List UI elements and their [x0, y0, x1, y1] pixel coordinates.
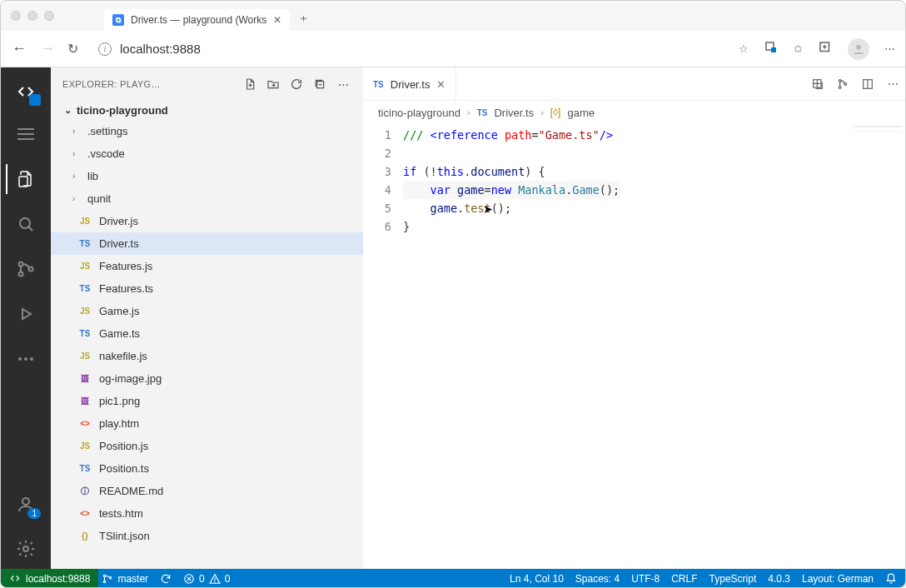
minimap[interactable] [852, 126, 902, 151]
file-item[interactable]: TSGame.ts [51, 322, 363, 345]
settings-view[interactable] [6, 529, 46, 569]
folder-item[interactable]: ›.vscode [51, 142, 363, 165]
sidebar: EXPLORER: PLAYG… ⋯ ⌄ ticino-playground ›… [51, 67, 363, 569]
new-tab-button[interactable]: ＋ [290, 6, 317, 31]
status-bar: localhost:9888 master 0 0 Ln 4, Col 10 S… [1, 569, 905, 588]
breadcrumb[interactable]: ticino-playground › TS Driver.ts › [◊] g… [363, 101, 905, 124]
code-editor[interactable]: 123456 /// <reference path="Game.ts"/> i… [363, 124, 905, 569]
close-window-dot[interactable] [11, 11, 21, 21]
file-item[interactable]: JSnakefile.js [51, 345, 363, 367]
reload-button[interactable]: ↻ [67, 41, 78, 57]
remote-window-icon[interactable] [9, 76, 42, 109]
file-name: Features.ts [99, 282, 153, 295]
file-item[interactable]: TSPosition.ts [51, 457, 363, 480]
sync-button[interactable] [160, 573, 172, 585]
favorites-icon[interactable]: ✩ [794, 42, 803, 55]
file-item[interactable]: TSDriver.ts [51, 232, 363, 255]
maximize-window-dot[interactable] [44, 11, 54, 21]
menu-toggle[interactable] [6, 114, 46, 154]
svg-rect-6 [19, 177, 27, 187]
file-item[interactable]: 🖼og-image.jpg [51, 367, 363, 390]
file-item[interactable]: {}TSlint.json [51, 525, 363, 547]
file-item[interactable]: JSFeatures.js [51, 255, 363, 277]
folder-item[interactable]: ›.settings [51, 120, 363, 142]
problems-button[interactable]: 0 0 [183, 573, 230, 585]
language-mode[interactable]: TypeScript [709, 573, 757, 585]
editor-more-icon[interactable]: ⋯ [880, 77, 905, 90]
breadcrumb-file[interactable]: Driver.ts [494, 107, 534, 119]
svg-line-8 [29, 227, 33, 232]
file-item[interactable]: <>play.htm [51, 412, 363, 435]
breadcrumb-symbol[interactable]: game [567, 107, 595, 119]
browser-tab[interactable]: ⧉ Driver.ts — playground (Works ✕ [104, 9, 290, 31]
file-item[interactable]: JSGame.js [51, 300, 363, 322]
star-icon[interactable]: ☆ [739, 42, 749, 55]
file-item[interactable]: 🖼pic1.png [51, 390, 363, 412]
search-view[interactable] [6, 204, 46, 244]
encoding[interactable]: UTF-8 [631, 573, 660, 585]
svg-point-27 [104, 575, 106, 576]
explorer-more-icon[interactable]: ⋯ [335, 78, 351, 91]
activity-bar: 1 [1, 67, 51, 569]
code-content[interactable]: /// <reference path="Game.ts"/> if (!thi… [403, 124, 620, 569]
file-item[interactable]: TSFeatures.ts [51, 277, 363, 300]
file-item[interactable]: <>tests.htm [51, 502, 363, 525]
error-count: 0 [199, 573, 205, 585]
ts-file-icon: TS [373, 80, 384, 89]
breadcrumb-root[interactable]: ticino-playground [378, 107, 460, 119]
eol[interactable]: CRLF [671, 573, 697, 585]
branch-button[interactable]: master [102, 573, 148, 585]
folder-root[interactable]: ⌄ ticino-playground [51, 101, 363, 120]
close-editor-tab-icon[interactable]: ✕ [436, 78, 446, 91]
explorer-view[interactable] [6, 159, 46, 199]
file-item[interactable]: JSDriver.js [51, 210, 363, 232]
close-tab-icon[interactable]: ✕ [273, 14, 281, 26]
notifications-icon[interactable] [885, 573, 897, 585]
editor-tab-driver[interactable]: TS Driver.ts ✕ [363, 67, 456, 100]
remote-host-button[interactable]: localhost:9888 [1, 569, 98, 588]
file-type-icon: 🖼 [77, 396, 92, 406]
new-folder-icon[interactable] [265, 77, 281, 91]
keyboard-layout[interactable]: Layout: German [802, 573, 874, 585]
site-info-icon[interactable]: i [98, 42, 112, 56]
ts-version[interactable]: 4.0.3 [768, 573, 790, 585]
profile-avatar[interactable] [848, 38, 869, 60]
cursor-position[interactable]: Ln 4, Col 10 [510, 573, 564, 585]
indentation[interactable]: Spaces: 4 [575, 573, 620, 585]
file-item[interactable]: ⓘREADME.md [51, 480, 363, 502]
more-menu-icon[interactable]: ⋯ [884, 42, 895, 55]
chevron-right-icon: › [72, 172, 81, 181]
file-name: nakefile.js [99, 350, 147, 362]
file-type-icon: TS [77, 329, 92, 338]
folder-name: .settings [87, 125, 127, 137]
folder-item[interactable]: ›qunit [51, 187, 363, 210]
collapse-all-icon[interactable] [311, 77, 328, 91]
warning-count: 0 [225, 573, 231, 585]
remote-host-label: localhost:9888 [26, 573, 90, 585]
svg-point-9 [19, 262, 23, 267]
svg-point-14 [23, 546, 28, 551]
collections-icon[interactable] [818, 40, 833, 57]
extension-badge-icon[interactable] [764, 40, 779, 57]
svg-point-28 [104, 581, 106, 582]
split-editor-icon[interactable] [855, 77, 880, 91]
run-debug-view[interactable] [6, 294, 46, 334]
file-item[interactable]: JSPosition.js [51, 435, 363, 457]
folder-name: qunit [87, 192, 111, 205]
folder-item[interactable]: ›lib [51, 165, 363, 187]
more-views[interactable] [6, 339, 46, 379]
file-type-icon: JS [77, 306, 92, 316]
source-control-view[interactable] [6, 249, 46, 289]
file-name: play.htm [99, 417, 139, 430]
refresh-explorer-icon[interactable] [288, 77, 305, 91]
accounts-view[interactable]: 1 [6, 484, 46, 524]
forward-button[interactable]: → [39, 40, 56, 57]
back-button[interactable]: ← [11, 40, 27, 57]
compare-changes-icon[interactable] [805, 77, 830, 91]
file-type-icon: {} [77, 531, 92, 541]
sidebar-header: EXPLORER: PLAYG… ⋯ [51, 67, 363, 101]
address-bar[interactable]: i localhost:9888 [90, 42, 727, 56]
open-changes-icon[interactable] [830, 77, 855, 91]
minimize-window-dot[interactable] [27, 11, 37, 21]
new-file-icon[interactable] [241, 77, 258, 91]
